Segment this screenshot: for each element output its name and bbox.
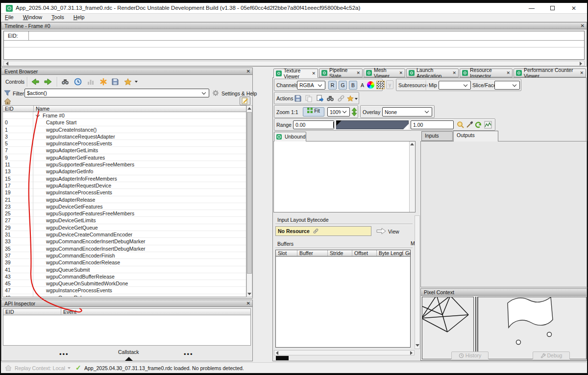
event-row[interactable]: 25wgpuSupportedFeaturesFreeMembers [3, 210, 246, 217]
event-row[interactable]: 13wgpuAdapterGetInfo [3, 168, 246, 175]
range-min-input[interactable]: 0.00 [293, 120, 334, 129]
tab-close-icon[interactable]: ✕ [356, 70, 360, 75]
buffers-hscrollbar[interactable] [274, 350, 415, 355]
tab-pipeline-state[interactable]: Pipeline State ✕ [319, 69, 363, 77]
tab-texture-viewer[interactable]: Texture Viewer ✕ [273, 69, 318, 78]
event-row[interactable]: 41wgpuQueueSubmit [3, 266, 246, 273]
actions-dropdown-icon[interactable] [355, 98, 358, 100]
flip-y-icon[interactable] [351, 108, 357, 116]
api-inspector-close-icon[interactable]: ✕ [246, 301, 250, 306]
api-event-column[interactable]: Event [61, 309, 250, 315]
tab-close-icon[interactable]: ✕ [399, 70, 403, 75]
scroll-left-icon[interactable] [276, 351, 278, 355]
checkerboard-background-button[interactable] [376, 81, 385, 89]
frame-row[interactable]: Frame #0 [3, 112, 246, 119]
scrollbar-thumb[interactable] [247, 112, 252, 274]
recent-events-icon[interactable] [74, 78, 82, 86]
event-row[interactable]: 0Capture Start [3, 119, 246, 126]
event-row[interactable]: 17wgpuAdapterRequestDevice [3, 182, 246, 189]
stride-column[interactable]: Stride [328, 250, 352, 256]
menu-window[interactable]: Window [19, 14, 46, 20]
scroll-down-icon[interactable] [416, 344, 419, 347]
histogram-icon[interactable] [484, 121, 492, 129]
favorites-star-icon[interactable] [124, 78, 132, 86]
tab-close-icon[interactable]: ✕ [580, 70, 584, 75]
open-texture-list-icon[interactable] [316, 94, 323, 102]
next-event-icon[interactable] [44, 78, 52, 86]
menu-help[interactable]: Help [70, 14, 89, 20]
bookmark-asterisk-icon[interactable] [99, 78, 107, 86]
red-channel-button[interactable]: R [328, 81, 337, 90]
slot-column[interactable]: Slot [276, 250, 297, 256]
tab-outputs[interactable]: Outputs [453, 131, 498, 141]
scroll-right-icon[interactable] [580, 62, 582, 66]
slice-face-combobox[interactable] [494, 81, 520, 90]
event-row[interactable]: 35wgpuCommandEncoderInsertDebugMarker [3, 245, 246, 252]
event-browser-close-icon[interactable]: ✕ [246, 69, 250, 74]
filter-combobox[interactable]: $action() [24, 89, 209, 97]
mip-combobox[interactable] [439, 81, 471, 90]
tab-mesh-viewer[interactable]: Mesh Viewer ✕ [364, 69, 405, 77]
callstack-label[interactable]: Callstack [118, 349, 139, 355]
go-column[interactable]: Go [403, 250, 410, 256]
event-row[interactable]: 43wgpuCommandBufferRelease [3, 273, 246, 280]
tab-close-icon[interactable]: ✕ [452, 70, 456, 75]
edit-filter-button[interactable] [240, 96, 250, 105]
eid-column-header[interactable]: EID [3, 106, 34, 112]
timeline-close-icon[interactable]: ✕ [581, 23, 585, 29]
event-row[interactable]: 23wgpuDeviceGetFeatures [3, 203, 246, 210]
event-row[interactable]: 37wgpuCommandEncoderFinish [3, 252, 246, 259]
event-row[interactable]: 9wgpuAdapterGetFeatures [3, 154, 246, 161]
pixel-context-left-view[interactable] [422, 297, 474, 359]
settings-help-label[interactable]: Settings & Help [221, 91, 257, 96]
one-to-one-button[interactable]: 1:1 [291, 109, 298, 115]
callstack-expand-icon[interactable] [125, 357, 133, 361]
tab-close-icon[interactable]: ✕ [312, 71, 316, 76]
favorites-dropdown-icon[interactable] [135, 81, 138, 83]
green-channel-button[interactable]: G [339, 81, 347, 90]
zoom-level-combobox[interactable]: 100% [327, 107, 350, 117]
api-eid-column[interactable]: EID [3, 309, 61, 315]
event-row[interactable]: 39wgpuCommandEncoderRelease [3, 259, 246, 266]
autofit-eyedropper-icon[interactable] [466, 121, 473, 129]
save-texture-icon[interactable] [294, 94, 302, 102]
save-events-icon[interactable] [111, 78, 119, 86]
texture-canvas[interactable] [273, 141, 416, 212]
api-event-list[interactable] [3, 315, 251, 346]
byte-length-column[interactable]: Byte Length [377, 250, 403, 256]
reset-range-icon[interactable] [474, 121, 482, 129]
menu-tools[interactable]: Tools [48, 14, 68, 20]
expand-chevron-icon[interactable] [36, 113, 40, 117]
channels-combobox[interactable]: RGBA [297, 81, 325, 90]
menu-file[interactable]: File [1, 14, 18, 20]
event-row[interactable]: 45wgpuQueueOnSubmittedWorkDone [3, 280, 246, 287]
scroll-left-icon[interactable] [6, 62, 8, 66]
event-row[interactable]: 33wgpuCommandEncoderInsertDebugMarker [3, 238, 246, 245]
view-arrow-icon[interactable] [376, 228, 386, 234]
overflow-dots-right[interactable]: ••• [184, 351, 194, 358]
fit-button[interactable]: Fit [303, 107, 324, 117]
tab-resource-inspector[interactable]: Resource Inspector ✕ [460, 69, 513, 77]
pixel-context-right-view[interactable] [478, 297, 587, 359]
event-row[interactable]: 27wgpuDeviceGetLimits [3, 217, 246, 224]
actions-star-icon[interactable] [347, 94, 353, 102]
event-row[interactable]: 31wgpuDeviceCreateCommandEncoder [3, 231, 246, 238]
scroll-down-icon[interactable] [247, 293, 251, 295]
close-button[interactable]: ✕ [566, 3, 581, 14]
texture-canvas-vscrollbar[interactable] [409, 141, 415, 212]
event-row[interactable]: 7wgpuAdapterGetLimits [3, 147, 246, 154]
event-row[interactable]: 11wgpuSupportedFeaturesFreeMembers [3, 161, 246, 168]
maximize-button[interactable] [545, 3, 560, 14]
unbound-texture-tab[interactable]: Unbound [274, 132, 306, 141]
event-row[interactable]: 3wgpuInstanceRequestAdapter [3, 133, 246, 140]
range-white-handle[interactable] [403, 124, 409, 129]
settings-gear-icon[interactable] [212, 90, 219, 96]
event-row[interactable]: 5wgpuInstanceProcessEvents [3, 140, 246, 147]
event-row[interactable]: 49wgpuQueueRelease [3, 294, 246, 297]
event-row[interactable]: 47wgpuInstanceProcessEvents [3, 287, 246, 294]
previous-event-icon[interactable] [31, 78, 39, 86]
event-row[interactable]: 1wgpuCreateInstance() [3, 126, 246, 133]
find-event-icon[interactable] [61, 78, 69, 86]
event-row[interactable]: 15wgpuAdapterInfoFreeMembers [3, 175, 246, 182]
event-row[interactable]: 21wgpuAdapterRelease [3, 196, 246, 203]
